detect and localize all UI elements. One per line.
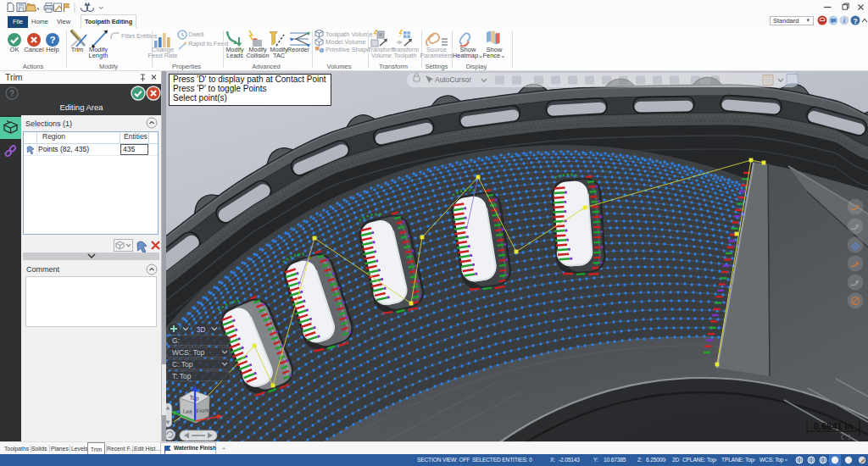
svg-text:AutoCursor: AutoCursor xyxy=(435,75,471,84)
svg-text:WCS: Top: WCS: Top xyxy=(172,348,204,357)
svg-text:C: Top: C: Top xyxy=(172,360,193,369)
svg-text:G:: G: xyxy=(172,336,180,345)
svg-text:Front: Front xyxy=(196,407,209,413)
svg-text:?: ? xyxy=(9,89,14,98)
svg-text:?: ? xyxy=(853,17,857,25)
svg-text:0.6841 in: 0.6841 in xyxy=(814,421,854,431)
svg-text:Press 'D' to display path at C: Press 'D' to display path at Contact Poi… xyxy=(173,75,326,84)
svg-text:Editing Area: Editing Area xyxy=(59,103,103,112)
svg-text:3D: 3D xyxy=(197,325,206,334)
svg-text:Press 'P' to toggle Points: Press 'P' to toggle Points xyxy=(173,84,267,93)
svg-text:Select point(s): Select point(s) xyxy=(173,93,227,103)
svg-text:T: Top: T: Top xyxy=(172,372,192,380)
svg-text:?: ? xyxy=(50,35,56,45)
